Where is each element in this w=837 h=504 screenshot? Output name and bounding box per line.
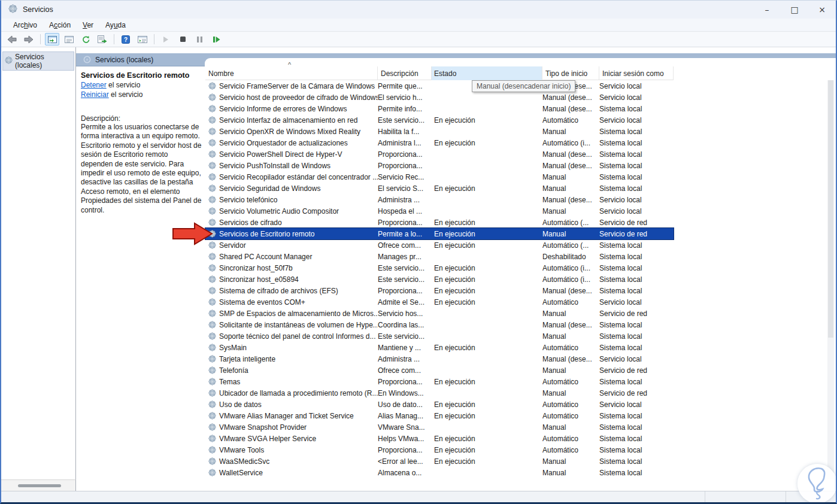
table-row[interactable]: Telefonía Ofrece com... Manual Servicio … bbox=[205, 365, 674, 376]
service-description-cell: Administra ... bbox=[378, 194, 432, 205]
menu-item[interactable]: Archivo bbox=[7, 20, 43, 31]
service-name-cell: Servicio Recopilador estándar del concen… bbox=[205, 171, 378, 183]
service-gear-icon bbox=[208, 207, 216, 215]
service-description-cell: Este servicio... bbox=[378, 330, 432, 342]
menu-item[interactable]: Acción bbox=[43, 20, 77, 31]
table-row[interactable]: Servicio OpenXR de Windows Mixed Reality… bbox=[205, 126, 674, 137]
tree-item-services-local[interactable]: Servicios (locales) bbox=[2, 51, 74, 71]
service-name-cell: Sistema de cifrado de archivos (EFS) bbox=[205, 285, 378, 296]
scrollbar-thumb[interactable] bbox=[828, 80, 833, 338]
table-row[interactable]: Sistema de eventos COM+ Admite el Se... … bbox=[205, 296, 674, 308]
table-row[interactable]: Sincronizar host_e05894 Este servicio...… bbox=[205, 274, 674, 285]
table-row[interactable]: Sistema de cifrado de archivos (EFS) Pro… bbox=[205, 285, 674, 296]
table-row[interactable]: Sincronizar host_50f7b Este servicio... … bbox=[205, 262, 674, 274]
tree-horizontal-scrollbar[interactable] bbox=[1, 479, 76, 491]
scrollbar-thumb[interactable] bbox=[18, 484, 61, 487]
table-row[interactable]: Servicios de cifrado Proporciona... En e… bbox=[205, 217, 674, 228]
start-service-icon[interactable] bbox=[159, 33, 173, 45]
service-status-cell: En ejecución bbox=[432, 137, 542, 148]
service-gear-icon bbox=[208, 435, 216, 442]
status-bar-divider bbox=[786, 491, 786, 503]
table-row[interactable]: Servicio Seguridad de Windows El servici… bbox=[205, 183, 674, 194]
service-description-cell: Proporciona... bbox=[378, 148, 432, 160]
table-row[interactable]: Temas Proporciona... En ejecución Automá… bbox=[205, 376, 674, 387]
table-row[interactable]: Servicio PowerShell Direct de Hyper-V Pr… bbox=[205, 148, 674, 160]
service-status-cell: En ejecución bbox=[432, 296, 542, 308]
stop-service-link[interactable]: Detener bbox=[81, 81, 107, 89]
table-row[interactable]: WalletService Almacena o... Manual Siste… bbox=[205, 467, 674, 478]
column-label: Estado bbox=[434, 69, 456, 78]
table-row[interactable]: VMware Snapshot Provider VMware Sna... M… bbox=[205, 421, 674, 433]
menu-item[interactable]: Ver bbox=[77, 20, 99, 31]
table-row[interactable]: Tarjeta inteligente Administra ... Manua… bbox=[205, 353, 674, 365]
service-logon-as-cell: Sistema local bbox=[599, 467, 674, 478]
table-row[interactable]: Servicios de Escritorio remoto Permite a… bbox=[205, 228, 674, 239]
export-list-icon[interactable] bbox=[95, 33, 110, 45]
menu-item[interactable]: Ayuda bbox=[99, 20, 132, 31]
table-row[interactable]: Servicio host de proveedor de cifrado de… bbox=[205, 92, 674, 103]
back-icon[interactable] bbox=[5, 33, 19, 45]
service-status-cell: En ejecución bbox=[432, 274, 542, 285]
table-row[interactable]: Servicio Recopilador estándar del concen… bbox=[205, 171, 674, 183]
main-pane: Servicios (locales) Servicios de Escrito… bbox=[76, 47, 837, 479]
show-console-tree-icon[interactable] bbox=[45, 33, 59, 45]
service-startup-type-cell: Manual (dese... bbox=[542, 103, 599, 114]
minimize-button[interactable]: – bbox=[753, 1, 781, 19]
title-bar[interactable]: Servicios – □ × bbox=[1, 1, 836, 19]
table-row[interactable]: Servicio Informe de errores de Windows P… bbox=[205, 103, 674, 114]
service-name-cell: VMware Snapshot Provider bbox=[205, 421, 378, 433]
table-row[interactable]: Uso de datos Uso de dato... En ejecución… bbox=[205, 399, 674, 410]
column-header-tipo-de-inicio[interactable]: Tipo de inicio bbox=[542, 66, 599, 80]
table-row[interactable]: Servicio Interfaz de almacenamiento en r… bbox=[205, 114, 674, 126]
service-description-cell: Permite info... bbox=[378, 103, 432, 114]
service-gear-icon bbox=[208, 253, 216, 260]
table-row[interactable]: Servicio Volumetric Audio Compositor Hos… bbox=[205, 205, 674, 217]
table-row[interactable]: Servidor Ofrece com... En ejecución Auto… bbox=[205, 239, 674, 251]
column-header-iniciar-sesion-como[interactable]: Iniciar sesión como bbox=[599, 66, 674, 80]
list-vertical-scrollbar[interactable] bbox=[827, 80, 834, 479]
service-logon-as-cell: Sistema local bbox=[599, 410, 674, 421]
extended-view-icon[interactable] bbox=[135, 33, 150, 45]
column-header-estado[interactable]: Estado bbox=[432, 66, 542, 80]
service-logon-as-cell: Sistema local bbox=[599, 285, 674, 296]
table-row[interactable]: SMP de Espacios de almacenamiento de Mic… bbox=[205, 308, 674, 319]
table-row[interactable]: Servicio PushToInstall de Windows Propor… bbox=[205, 160, 674, 171]
table-row[interactable]: Servicio FrameServer de la Cámara de Win… bbox=[205, 80, 674, 92]
table-row[interactable]: Servicio telefónico Administra ... Manua… bbox=[205, 194, 674, 205]
service-name-cell: Soporte técnico del panel de control Inf… bbox=[205, 330, 378, 342]
column-header-nombre[interactable]: Nombre ^ bbox=[205, 66, 378, 80]
maximize-button[interactable]: □ bbox=[781, 1, 808, 19]
service-name-cell: Servicios de cifrado bbox=[205, 217, 378, 228]
table-row[interactable]: VMware Tools Proporciona... En ejecución… bbox=[205, 444, 674, 456]
table-row[interactable]: WaaSMedicSvc <Error al lee... En ejecuci… bbox=[205, 456, 674, 467]
service-logon-as-cell: Servicio local bbox=[599, 353, 674, 365]
help-icon[interactable]: ? bbox=[119, 33, 133, 45]
table-row[interactable]: Ubicador de llamada a procedimiento remo… bbox=[205, 387, 674, 399]
table-row[interactable]: SysMain Mantiene y ... En ejecución Auto… bbox=[205, 342, 674, 353]
close-button[interactable]: × bbox=[808, 1, 836, 19]
service-status-cell bbox=[432, 126, 542, 137]
table-row[interactable]: Soporte técnico del panel de control Inf… bbox=[205, 330, 674, 342]
service-description-cell: Proporciona... bbox=[378, 444, 432, 456]
table-row[interactable]: Shared PC Account Manager Manages pr... … bbox=[205, 251, 674, 262]
table-row[interactable]: Servicio Orquestador de actualizaciones … bbox=[205, 137, 674, 148]
service-name: Servicio PushToInstall de Windows bbox=[219, 162, 330, 170]
service-description-cell: Este servicio... bbox=[378, 262, 432, 274]
service-startup-type-cell: Manual bbox=[542, 228, 599, 239]
table-row[interactable]: VMware Alias Manager and Ticket Service … bbox=[205, 410, 674, 421]
service-description-cell: VMware Sna... bbox=[378, 421, 432, 433]
restart-service-link[interactable]: Reiniciar bbox=[81, 90, 109, 99]
properties-icon[interactable] bbox=[62, 33, 76, 45]
service-status-cell: En ejecución bbox=[432, 228, 542, 239]
refresh-icon[interactable] bbox=[78, 33, 93, 45]
stop-service-icon[interactable] bbox=[175, 33, 190, 45]
table-row[interactable]: VMware SVGA Helper Service Helps VMwa...… bbox=[205, 433, 674, 444]
restart-service-icon[interactable] bbox=[209, 33, 223, 45]
service-gear-icon bbox=[208, 446, 216, 454]
forward-icon[interactable] bbox=[22, 33, 36, 45]
table-row[interactable]: Solicitante de instantáneas de volumen d… bbox=[205, 319, 674, 330]
service-gear-icon bbox=[208, 116, 216, 124]
service-status-cell bbox=[432, 148, 542, 160]
pause-service-icon[interactable] bbox=[192, 33, 207, 45]
column-header-descripcion[interactable]: Descripción bbox=[378, 66, 432, 80]
